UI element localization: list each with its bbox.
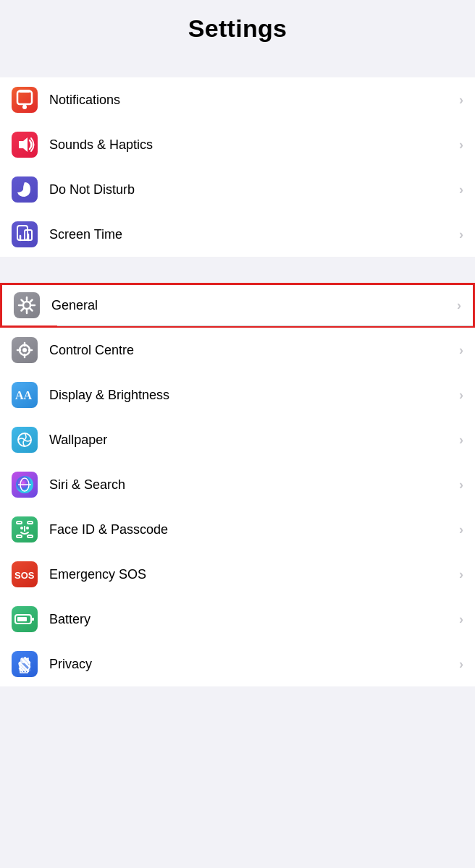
donotdisturb-label: Do Not Disturb (49, 182, 453, 197)
wallpaper-chevron: › (459, 433, 463, 448)
general-label: General (51, 298, 451, 313)
faceid-label: Face ID & Passcode (49, 522, 453, 537)
sounds-chevron: › (459, 137, 463, 153)
faceid-chevron: › (459, 522, 463, 537)
general-icon (14, 292, 40, 318)
emergencysos-chevron: › (459, 567, 463, 582)
settings-row-notifications[interactable]: Notifications› (0, 77, 475, 122)
settings-row-privacy[interactable]: Privacy› (0, 642, 475, 686)
notifications-chevron: › (459, 93, 463, 108)
battery-icon (12, 606, 38, 632)
settings-row-emergencysos[interactable]: SOS Emergency SOS› (0, 552, 475, 597)
siri-label: Siri & Search (49, 477, 453, 493)
svg-rect-24 (28, 535, 33, 537)
page-title: Settings (12, 14, 463, 43)
faceid-icon (12, 516, 38, 542)
svg-rect-30 (17, 617, 27, 621)
privacy-chevron: › (459, 657, 463, 672)
svg-rect-3 (23, 104, 26, 107)
settings-row-controlcentre[interactable]: Control Centre› (0, 328, 475, 373)
settings-section-1: General› Control Centre› AA Display & Br… (0, 283, 475, 686)
svg-rect-21 (17, 522, 22, 524)
wallpaper-icon (12, 427, 38, 453)
svg-text:SOS: SOS (14, 570, 35, 581)
controlcentre-icon (12, 337, 38, 363)
wallpaper-label: Wallpaper (49, 433, 453, 448)
controlcentre-chevron: › (459, 343, 463, 358)
controlcentre-label: Control Centre (49, 343, 453, 358)
page-header: Settings (0, 0, 475, 51)
settings-row-battery[interactable]: Battery› (0, 597, 475, 642)
settings-row-screentime[interactable]: Screen Time› (0, 212, 475, 257)
display-chevron: › (459, 388, 463, 403)
settings-row-general[interactable]: General› (0, 283, 475, 328)
sounds-label: Sounds & Haptics (49, 137, 453, 153)
donotdisturb-chevron: › (459, 182, 463, 197)
svg-rect-1 (19, 90, 30, 93)
svg-rect-31 (31, 618, 34, 621)
section-divider-0 (0, 51, 475, 77)
svg-point-26 (26, 527, 29, 529)
sounds-icon (12, 132, 38, 158)
donotdisturb-icon (12, 176, 38, 203)
display-label: Display & Brightness (49, 388, 453, 403)
settings-section-0: Notifications› Sounds & Haptics› Do Not … (0, 77, 475, 257)
svg-rect-0 (17, 91, 32, 104)
screentime-label: Screen Time (49, 227, 453, 242)
siri-icon (12, 472, 38, 498)
screentime-icon (12, 221, 38, 247)
svg-point-11 (22, 348, 27, 352)
settings-row-wallpaper[interactable]: Wallpaper› (0, 417, 475, 462)
svg-rect-5 (17, 226, 28, 240)
emergencysos-label: Emergency SOS (49, 567, 453, 582)
siri-chevron: › (459, 477, 463, 493)
battery-chevron: › (459, 612, 463, 627)
svg-text:AA: AA (15, 389, 33, 401)
emergencysos-icon: SOS (12, 561, 38, 587)
svg-rect-23 (17, 535, 22, 537)
settings-row-sounds[interactable]: Sounds & Haptics› (0, 122, 475, 167)
settings-row-siri[interactable]: Siri & Search› (0, 462, 475, 507)
svg-point-25 (20, 527, 23, 529)
svg-point-9 (23, 302, 30, 309)
privacy-label: Privacy (49, 657, 453, 672)
privacy-icon (12, 651, 38, 677)
svg-marker-4 (19, 137, 28, 152)
settings-row-faceid[interactable]: Face ID & Passcode› (0, 507, 475, 552)
section-divider-1 (0, 257, 475, 283)
display-icon: AA (12, 382, 38, 408)
svg-rect-22 (28, 522, 33, 524)
screentime-chevron: › (459, 227, 463, 242)
notifications-icon (12, 87, 38, 113)
settings-row-display[interactable]: AA Display & Brightness› (0, 373, 475, 417)
notifications-label: Notifications (49, 93, 453, 108)
battery-label: Battery (49, 612, 453, 627)
general-chevron: › (457, 298, 461, 313)
settings-row-donotdisturb[interactable]: Do Not Disturb› (0, 167, 475, 212)
